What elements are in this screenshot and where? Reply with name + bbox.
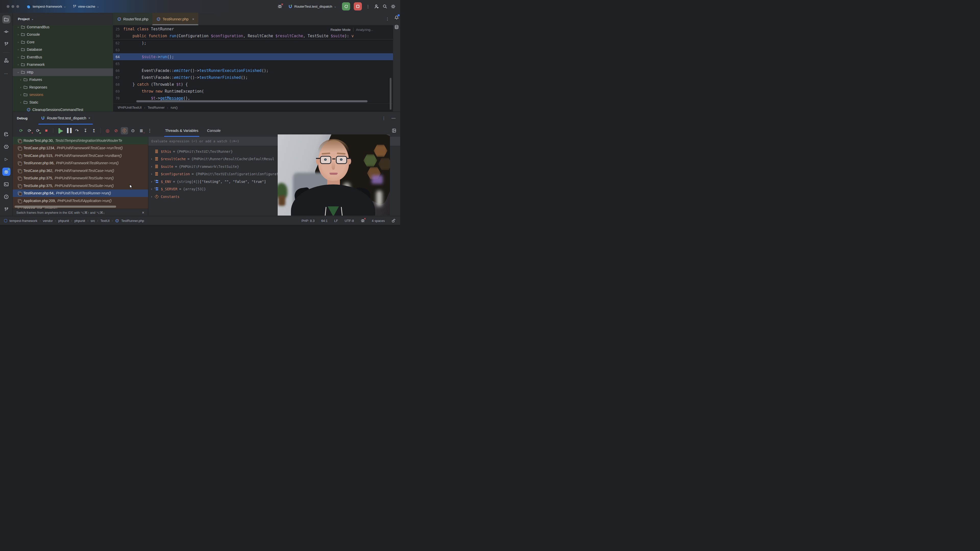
frame-row[interactable]: TestCase.php:362,PHPUnit\Framework\TestC…	[13, 167, 148, 175]
tree-item-sessions[interactable]: ›sessions	[13, 91, 113, 99]
version-control-tool-icon[interactable]	[2, 205, 11, 213]
project-widget[interactable]: tempest-framework ⌄	[25, 3, 68, 10]
close-banner-icon[interactable]: ✕	[142, 211, 145, 214]
code-line-64[interactable]: 64 $suite->run();	[113, 53, 393, 60]
tree-item-http[interactable]: ⌄Http	[13, 68, 113, 76]
close-session-icon[interactable]: ×	[88, 116, 90, 120]
view-breakpoints-icon[interactable]: ⊙	[129, 127, 137, 135]
step-out-icon[interactable]: ↥	[90, 127, 97, 135]
tab-routertest-php[interactable]: RouterTest.php	[113, 13, 152, 25]
code-line-68[interactable]: 68 } catch (Throwable $t) {	[113, 81, 393, 88]
close-window-icon[interactable]	[6, 5, 10, 8]
debug-session-tab[interactable]: RouterTest.test_dispatch ×	[38, 112, 93, 124]
expand-chevron-icon[interactable]: ⌄	[16, 70, 20, 74]
mute-breakpoints-icon[interactable]: ◎	[104, 127, 111, 135]
tree-item-cleanupsessionscommandtest[interactable]: CleanupSessionsCommandTest	[13, 106, 113, 112]
expand-chevron-icon[interactable]: ›	[16, 63, 20, 66]
debug-options-kebab-icon[interactable]: ⋮	[382, 116, 386, 121]
search-everywhere-icon[interactable]	[383, 4, 387, 9]
run-tool-icon[interactable]: ▷	[2, 155, 11, 163]
expand-chevron-icon[interactable]: ›	[148, 187, 155, 191]
resume-icon[interactable]: ▐▶	[56, 127, 64, 135]
tree-item-framework[interactable]: ›Framework	[13, 61, 113, 68]
database-tool-icon[interactable]	[2, 130, 11, 138]
expand-chevron-icon[interactable]: ›	[16, 25, 20, 29]
code-with-me-user-add-icon[interactable]	[374, 4, 379, 9]
rerun-icon[interactable]: ⟳	[18, 127, 25, 135]
expand-chevron-icon[interactable]: ›	[19, 78, 22, 81]
branch-widget[interactable]: view-cache ⌄	[71, 3, 101, 10]
more-actions-kebab-icon[interactable]: ⋮	[366, 4, 371, 9]
expand-chevron-icon[interactable]: ›	[148, 172, 155, 176]
tree-item-commandbus[interactable]: ›CommandBus	[13, 25, 113, 31]
expand-chevron-icon[interactable]: ›	[19, 86, 22, 89]
project-tool-icon[interactable]	[2, 15, 11, 24]
database-rail-icon[interactable]	[393, 24, 400, 30]
debug-tool-icon[interactable]	[2, 168, 11, 176]
notifications-bell-icon[interactable]	[393, 14, 400, 21]
breadcrumb-method[interactable]: run()	[171, 106, 178, 110]
tab-testrunner-php[interactable]: TestRunner.php ×	[152, 13, 198, 25]
status-breadcrumb[interactable]: tempest-framework› vendor› phpunit› phpu…	[0, 219, 144, 223]
expand-chevron-icon[interactable]: ›	[19, 93, 22, 96]
code-line-69[interactable]: 69 throw new RuntimeException(	[113, 88, 393, 95]
code-line-62[interactable]: 62 );	[113, 40, 393, 46]
close-tab-icon[interactable]: ×	[192, 17, 194, 21]
terminal-tool-icon[interactable]	[2, 180, 11, 188]
commit-tool-icon[interactable]	[2, 27, 11, 36]
tree-item-database[interactable]: ›Database	[13, 46, 113, 54]
debugger-listen-bug-icon[interactable]: ✕	[361, 218, 365, 223]
frame-row[interactable]: TestRunner.php:64,PHPUnit\TextUI\TestRun…	[13, 189, 148, 197]
window-controls[interactable]	[0, 5, 21, 8]
rerun-failed-tests-icon[interactable]: ⟳●	[26, 127, 33, 135]
hide-panel-icon[interactable]: —	[391, 116, 396, 121]
tree-item-console[interactable]: ›Console	[13, 31, 113, 38]
tab-list-kebab-icon[interactable]: ⋮	[385, 17, 393, 21]
tree-item-static[interactable]: ›Static	[13, 98, 113, 106]
layout-settings-icon[interactable]	[392, 129, 396, 133]
vertical-scrollbar[interactable]	[390, 78, 391, 110]
step-over-icon[interactable]: ↷	[73, 127, 81, 135]
structure-tool-icon[interactable]	[2, 56, 11, 65]
services-tool-icon[interactable]	[2, 143, 11, 151]
frame-row[interactable]: TestSuite.php:375,PHPUnit\Framework\Test…	[13, 175, 148, 182]
expand-chevron-icon[interactable]: ›	[16, 33, 20, 36]
frame-row[interactable]: RouterTest.php:30,Tests\Tempest\Integrat…	[13, 137, 148, 144]
code-viewport[interactable]: 25final class TestRunner30 public functi…	[113, 25, 393, 103]
unlock-icon[interactable]	[391, 219, 396, 223]
more-icon[interactable]: ⋮	[146, 127, 153, 135]
expand-chevron-icon[interactable]: ›	[148, 165, 155, 168]
code-line-66[interactable]: 66 Event\Facade::emitter()->testRunnerEx…	[113, 67, 393, 74]
problems-tool-icon[interactable]	[2, 192, 11, 201]
auto-rerun-icon[interactable]: ⟳▶	[34, 127, 41, 135]
breadcrumb-namespace[interactable]: \PHPUnit\TextUI	[118, 106, 142, 110]
php-constants-toggle-icon[interactable]: C	[121, 127, 128, 135]
tab-threads-variables[interactable]: Threads & Variables	[165, 124, 198, 137]
add-watch-icon[interactable]: ≣+	[138, 127, 145, 135]
caret-position-widget[interactable]: 64:1	[321, 219, 328, 223]
expand-chevron-icon[interactable]: ›	[148, 195, 155, 198]
tree-item-eventbus[interactable]: ›EventBus	[13, 53, 113, 61]
settings-gear-icon[interactable]	[391, 4, 396, 9]
minimize-window-icon[interactable]	[11, 5, 14, 8]
reader-mode-button[interactable]: Reader Mode	[331, 28, 351, 32]
frame-row[interactable]: TestSuite.php:375,PHPUnit\Framework\Test…	[13, 182, 148, 189]
more-tool-windows-icon[interactable]: …	[2, 68, 11, 76]
encoding-widget[interactable]: UTF-8	[345, 219, 354, 223]
step-into-icon[interactable]: ↧	[82, 127, 89, 135]
stop-button[interactable]	[354, 2, 362, 11]
expand-chevron-icon[interactable]: ›	[148, 180, 155, 183]
frame-row[interactable]: Application.php:209,PHPUnit\TextUI\Appli…	[13, 197, 148, 205]
zoom-window-icon[interactable]	[16, 5, 19, 8]
breadcrumb-class[interactable]: TestRunner	[148, 106, 165, 110]
expand-chevron-icon[interactable]: ›	[16, 48, 20, 51]
frame-row[interactable]: TestCase.php:515,PHPUnit\Framework\TestC…	[13, 152, 148, 159]
code-line-63[interactable]: 63	[113, 46, 393, 53]
expand-chevron-icon[interactable]: ›	[19, 101, 22, 104]
pause-icon[interactable]: ▐▐	[65, 127, 72, 135]
tab-console[interactable]: Console	[207, 124, 221, 137]
tree-item-responses[interactable]: ›Responses	[13, 83, 113, 91]
project-panel-header[interactable]: Project ⌄	[13, 13, 113, 25]
indent-widget[interactable]: 4 spaces	[372, 219, 385, 223]
run-configuration-selector[interactable]: RouterTest.test_dispatch ⌄	[286, 3, 339, 10]
